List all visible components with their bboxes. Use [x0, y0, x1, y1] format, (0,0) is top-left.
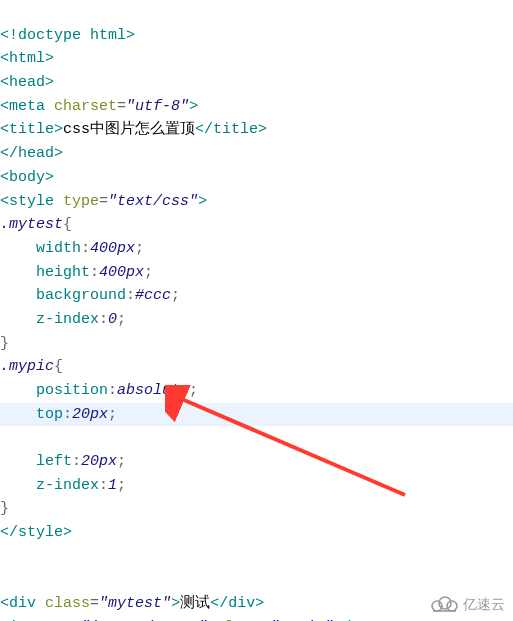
line-meta: <meta charset="utf-8"> — [0, 98, 198, 115]
line-title: <title>css中图片怎么置顶</title> — [0, 121, 267, 138]
watermark-text: 亿速云 — [463, 593, 505, 615]
line-mypic-top-highlighted: top:20px; — [0, 403, 513, 427]
cloud-icon — [429, 595, 459, 613]
line-mytest-sel: .mytest{ — [0, 216, 72, 233]
code-block: <!doctype html> <html> <head> <meta char… — [0, 0, 513, 621]
line-head-open: <head> — [0, 74, 54, 91]
line-mypic-sel: .mypic{ — [0, 358, 63, 375]
line-style-close: </style> — [0, 524, 72, 541]
line-mytest-z: z-index:0; — [0, 311, 126, 328]
line-body-open: <body> — [0, 169, 54, 186]
line-div: <div class="mytest">测试</div> — [0, 595, 264, 612]
line-mytest-height: height:400px; — [0, 264, 153, 281]
line-mytest-width: width:400px; — [0, 240, 144, 257]
tag-close: > — [126, 27, 135, 44]
watermark: 亿速云 — [429, 593, 505, 615]
line-mypic-pos: position:absolute; — [0, 382, 198, 399]
line-html-open: <html> — [0, 50, 54, 67]
tag-open: <! — [0, 27, 18, 44]
line-mypic-left: left:20px; — [0, 453, 126, 470]
line-doctype: <!doctype html> — [0, 27, 135, 44]
line-head-close: </head> — [0, 145, 63, 162]
line-style-open: <style type="text/css"> — [0, 193, 207, 210]
line-mytest-bg: background:#ccc; — [0, 287, 180, 304]
svg-point-4 — [447, 601, 457, 611]
line-mypic-close: } — [0, 500, 9, 517]
line-mytest-close: } — [0, 335, 9, 352]
line-mypic-z: z-index:1; — [0, 477, 126, 494]
tag-name: doctype html — [18, 27, 126, 44]
